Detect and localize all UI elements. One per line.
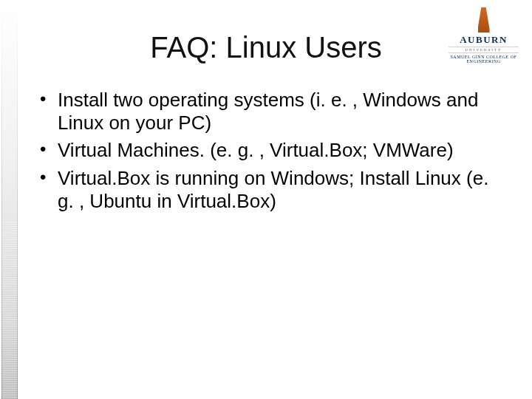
tower-icon — [478, 7, 490, 33]
bullet-text: Virtual Machines. (e. g. , Virtual.Box; … — [58, 139, 454, 161]
bullet-text: Install two operating systems (i. e. , W… — [58, 89, 478, 134]
bullet-text: Virtual.Box is running on Windows; Insta… — [58, 167, 488, 212]
slide-body: Install two operating systems (i. e. , W… — [35, 89, 502, 217]
bullet-list: Install two operating systems (i. e. , W… — [35, 89, 502, 213]
bullet-item: Virtual Machines. (e. g. , Virtual.Box; … — [35, 139, 502, 162]
bullet-item: Install two operating systems (i. e. , W… — [35, 89, 502, 134]
slide: AUBURN UNIVERSITY SAMUEL GINN COLLEGE OF… — [0, 0, 532, 399]
slide-title: FAQ: Linux Users — [0, 31, 532, 64]
bullet-item: Virtual.Box is running on Windows; Insta… — [35, 167, 502, 213]
